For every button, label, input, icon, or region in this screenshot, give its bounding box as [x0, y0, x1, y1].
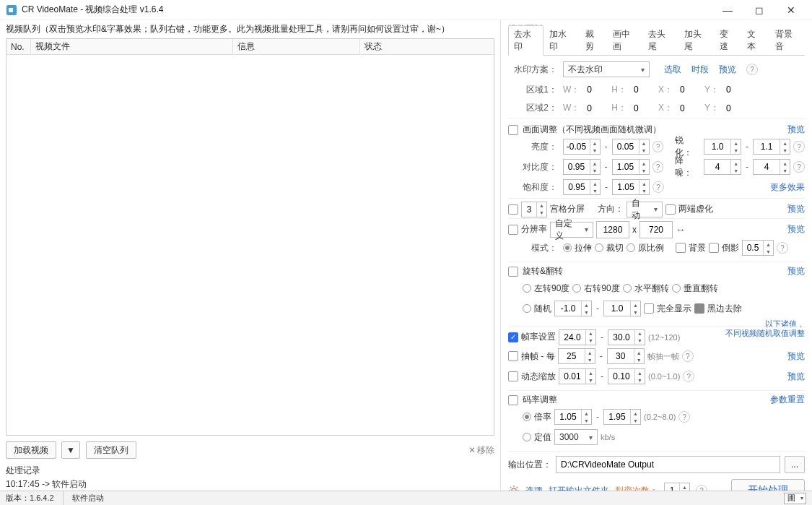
col-status[interactable]: 状态: [360, 39, 494, 54]
tab-crop[interactable]: 裁剪: [580, 25, 607, 55]
drop-preview[interactable]: 预览: [787, 350, 805, 363]
mode-crop-radio[interactable]: [595, 243, 603, 252]
zoom-preview[interactable]: 预览: [787, 371, 805, 383]
rate-fixed-radio[interactable]: [523, 433, 531, 441]
help-icon[interactable]: ?: [683, 371, 694, 382]
help-icon[interactable]: ?: [678, 411, 690, 423]
rate-mul-lo[interactable]: ▲▼: [554, 409, 592, 425]
fps-hi[interactable]: ▲▼: [608, 329, 645, 345]
res-checkbox[interactable]: [508, 225, 518, 235]
drop-hi[interactable]: ▲▼: [607, 348, 645, 364]
wm-pick-link[interactable]: 选取: [664, 64, 681, 76]
zone2-h[interactable]: [629, 100, 655, 117]
mode-orig-radio[interactable]: [627, 243, 635, 252]
output-path-input[interactable]: [556, 456, 780, 473]
col-file[interactable]: 视频文件: [31, 39, 233, 54]
help-icon[interactable]: ?: [652, 141, 664, 152]
fps-lo[interactable]: ▲▼: [559, 329, 596, 345]
adjust-preview[interactable]: 预览: [787, 124, 805, 136]
reset-link[interactable]: 参数重置: [770, 394, 805, 406]
help-icon[interactable]: ?: [793, 161, 805, 173]
help-icon[interactable]: ?: [652, 181, 664, 193]
remove-button[interactable]: ✕ 移除: [468, 444, 494, 457]
grid-direction-select[interactable]: 自动: [627, 202, 663, 217]
wm-time-link[interactable]: 时段: [691, 64, 709, 76]
close-button[interactable]: ✕: [776, 1, 806, 20]
tab-bgm[interactable]: 背景音: [769, 25, 805, 55]
help-icon[interactable]: ?: [682, 350, 694, 362]
mode-stretch-radio[interactable]: [563, 243, 572, 252]
help-icon[interactable]: ?: [777, 242, 788, 254]
drop-checkbox[interactable]: [508, 351, 518, 361]
noise-lo[interactable]: ▲▼: [704, 159, 741, 175]
tab-add-tail[interactable]: 加头尾: [678, 25, 714, 55]
grid-blur-checkbox[interactable]: [665, 204, 676, 215]
tab-speed[interactable]: 变速: [714, 25, 741, 55]
bright-lo[interactable]: ▲▼: [563, 139, 601, 155]
help-icon[interactable]: ?: [696, 485, 707, 491]
tab-pip[interactable]: 画中画: [607, 25, 642, 55]
res-h[interactable]: [639, 221, 673, 238]
res-w[interactable]: [596, 221, 629, 238]
sharp-hi[interactable]: ▲▼: [753, 139, 790, 155]
load-video-button[interactable]: 加载视频: [6, 441, 56, 459]
zoom-checkbox[interactable]: [508, 371, 518, 381]
flip-h[interactable]: [623, 284, 632, 293]
wm-scheme-select[interactable]: 不去水印: [563, 61, 650, 77]
zone2-x[interactable]: [676, 100, 702, 117]
rate-fixed-select[interactable]: 3000: [554, 429, 598, 445]
help-icon[interactable]: ?: [652, 161, 664, 173]
zone1-w[interactable]: [582, 81, 608, 98]
help-icon[interactable]: ?: [746, 64, 758, 75]
zone1-y[interactable]: [722, 81, 748, 98]
blackborder-checkbox[interactable]: [694, 303, 704, 314]
rotate-rand[interactable]: [523, 304, 531, 313]
rate-mul-hi[interactable]: ▲▼: [603, 409, 641, 425]
rotate-preview[interactable]: 预览: [787, 265, 805, 277]
contrast-hi[interactable]: ▲▼: [612, 159, 650, 175]
res-preview[interactable]: 预览: [787, 223, 805, 236]
bright-hi[interactable]: ▲▼: [612, 139, 650, 155]
table-body[interactable]: [6, 55, 494, 435]
browse-button[interactable]: ...: [785, 456, 805, 473]
contrast-lo[interactable]: ▲▼: [563, 159, 601, 175]
language-select[interactable]: 圃: [784, 493, 806, 504]
gear-icon[interactable]: [508, 485, 520, 491]
rand-lo[interactable]: ▲▼: [554, 301, 592, 316]
rate-checkbox[interactable]: [508, 395, 518, 405]
video-queue-table[interactable]: No. 视频文件 信息 状态: [6, 38, 494, 436]
flip-v[interactable]: [672, 284, 681, 293]
rand-hi[interactable]: ▲▼: [603, 301, 641, 316]
fps-checkbox[interactable]: [508, 332, 518, 342]
noise-hi[interactable]: ▲▼: [753, 159, 790, 175]
col-no[interactable]: No.: [6, 39, 31, 54]
load-video-dropdown[interactable]: ▼: [61, 441, 80, 459]
adjust-checkbox[interactable]: [508, 125, 518, 135]
col-info[interactable]: 信息: [233, 39, 360, 54]
sharp-lo[interactable]: ▲▼: [704, 139, 741, 155]
zone1-x[interactable]: [676, 81, 702, 98]
drop-lo[interactable]: ▲▼: [558, 348, 595, 364]
zoom-hi[interactable]: ▲▼: [608, 368, 645, 384]
minimize-button[interactable]: ―: [712, 1, 743, 20]
rate-mul-radio[interactable]: [523, 413, 531, 421]
zone2-y[interactable]: [722, 100, 748, 117]
sat-hi[interactable]: ▲▼: [612, 179, 650, 195]
tab-add-watermark[interactable]: 加水印: [543, 25, 579, 55]
zoom-lo[interactable]: ▲▼: [559, 368, 596, 384]
zone1-h[interactable]: [629, 81, 655, 98]
sat-lo[interactable]: ▲▼: [563, 179, 601, 195]
rotate-r90[interactable]: [572, 284, 581, 293]
grid-checkbox[interactable]: [508, 204, 518, 215]
res-preset-select[interactable]: 自定义: [550, 222, 593, 238]
more-effects-link[interactable]: 更多效果: [770, 181, 805, 194]
options-link[interactable]: 选项: [525, 485, 543, 491]
showall-checkbox[interactable]: [644, 303, 654, 314]
zone2-w[interactable]: [582, 100, 608, 117]
wm-preview-link[interactable]: 预览: [719, 64, 736, 76]
grid-preview[interactable]: 预览: [787, 203, 805, 215]
tab-text[interactable]: 文本: [741, 25, 769, 55]
bg-checkbox[interactable]: [676, 243, 686, 253]
rotate-checkbox[interactable]: [508, 267, 518, 277]
rotate-l90[interactable]: [523, 284, 531, 293]
